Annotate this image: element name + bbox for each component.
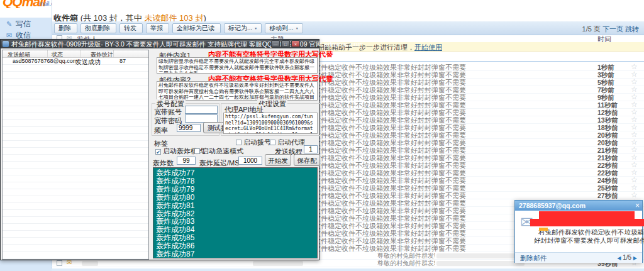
bomb-count-input[interactable] <box>177 157 196 165</box>
checkbox-icon <box>236 140 242 145</box>
checkbox-checked-icon: ✔ <box>155 149 161 155</box>
toolbar-button[interactable]: 转发 <box>119 23 143 33</box>
redacted-text <box>253 261 303 266</box>
fast-mode-checkbox[interactable]: 启动急速模式 <box>194 147 243 156</box>
listview-column-header[interactable]: 状态 <box>48 50 80 57</box>
toolbar-button[interactable]: 全部标为已读 <box>172 23 221 33</box>
log-line: 轰炸成功78 <box>156 177 317 185</box>
redacted-sender <box>82 261 98 266</box>
toolbar-buttons: 删除 彻底删除 转发 举报 全部标为已读 标记为...▼ 移动到...▼ <box>54 23 303 33</box>
redacted-text <box>436 253 525 258</box>
popup-preview-line2: 好封封弹窗不需要发件人即可群发邮件百度搜... <box>534 236 644 245</box>
checkbox-icon <box>270 140 275 145</box>
minimize-button[interactable]: — <box>271 40 280 47</box>
close-button[interactable]: × <box>291 40 300 47</box>
start-using-link[interactable]: 开始使用 <box>414 43 442 51</box>
sidebar-item-icon: ✎ <box>6 20 16 28</box>
app-icon <box>3 41 9 47</box>
listview-column-header[interactable]: 轰炸统计 <box>80 50 114 57</box>
log-line: 轰炸成功79 <box>156 185 317 194</box>
prev-arrow-icon[interactable]: ◀ <box>617 255 621 261</box>
enable-dial-checkbox[interactable]: 启动拨号 <box>236 138 271 147</box>
frequency-label: 频率 <box>154 126 168 135</box>
broadband-account-input[interactable] <box>185 106 218 114</box>
mail-subject[interactable]: 尊敬的村兔邮件群发软... <box>377 259 435 268</box>
content1-textarea[interactable]: 绿制牌密显示收件稳定不需要发件人就能发邮件完全零成本群发邮件绿制牌密显示收件稳定… <box>157 57 318 74</box>
maximize-button[interactable]: □ <box>281 40 290 47</box>
frequency-input[interactable] <box>177 124 201 132</box>
new-mail-popup[interactable]: 2788685937@qq.com × ✉ 村兔邮件群发软件稳定收件不垃圾箱效果… <box>514 200 643 263</box>
popup-sender-address: 2788685937@qq.com <box>519 202 586 209</box>
jump-page-link[interactable]: 跳转 <box>625 25 639 33</box>
broadband-account-label: 宽带账号 <box>154 108 182 117</box>
listview-column-header[interactable]: 发送邮箱 <box>3 50 48 57</box>
mail-toolbar: 删除 彻底删除 转发 举报 全部标为已读 标记为...▼ 移动到...▼ 1/5… <box>52 21 644 35</box>
close-icon[interactable]: × <box>635 201 640 210</box>
bomb-count: 87 <box>116 58 148 65</box>
page-indicator: 1/5 页 <box>582 25 601 33</box>
toolbar-button[interactable]: 彻底删除 <box>80 23 116 33</box>
bomber-app-window: 村兔邮件群发软件-0909升级版- BY-3.0 不需要发件人即可群发邮件 支持… <box>0 39 319 260</box>
chevron-down-icon: ▼ <box>296 26 299 30</box>
listview-row[interactable]: asd5087678768@qq.com 发送成功 87 <box>3 58 148 65</box>
toolbar-button[interactable]: 移动到...▼ <box>265 23 303 33</box>
popup-title-bar: 2788685937@qq.com <box>515 201 642 211</box>
redaction-bar <box>539 211 635 219</box>
toolbar-button[interactable]: 删除 <box>54 23 77 33</box>
proxy-url-textarea[interactable]: http://pssl.kufengyun.com/tunnel?id=1309… <box>223 113 318 134</box>
sidebar-item[interactable]: ✎写信 <box>0 18 52 29</box>
popup-preview-line1: 村兔邮件群发软件稳定收件不垃圾箱效果非常 <box>538 228 644 237</box>
delay-input[interactable] <box>238 157 262 165</box>
row-checkbox[interactable] <box>57 260 62 266</box>
log-line: 轰炸成功77 <box>156 169 317 177</box>
content2-textarea[interactable]: 村兔邮件群发软件稳定收件不垃圾箱效果非常好封封到达不需要发件人即可群发邮件百度搜… <box>157 81 318 101</box>
start-send-button[interactable]: 开始发送 <box>265 154 291 166</box>
window-title: 村兔邮件群发软件-0909升级版- BY-3.0 不需要发件人即可群发邮件 支持… <box>11 40 363 49</box>
popup-page-indicator: 1/5 <box>623 254 631 261</box>
delete-mail-link[interactable]: 删除邮件 <box>520 254 547 263</box>
sidebar-item-label: 收信 <box>16 31 31 40</box>
delay-label: 轰炸延迟/MS <box>199 158 240 168</box>
redaction-bar <box>530 219 644 226</box>
enable-proxy-checkbox[interactable]: 启动代理 <box>270 138 305 147</box>
chevron-down-icon: ▼ <box>254 26 257 30</box>
log-line: 轰炸成功87 <box>156 250 317 258</box>
sidebar-item-label: 写信 <box>16 19 31 28</box>
next-page-link[interactable]: 下一页 <box>602 25 623 33</box>
redaction-mark <box>539 228 548 231</box>
listview-header: 发送邮箱状态轰炸统计 <box>3 50 148 58</box>
toolbar-button[interactable]: 标记为...▼ <box>224 23 262 33</box>
checkbox-icon <box>194 148 200 154</box>
popup-footer: 删除邮件 ◀ 1/5 ▶ <box>515 252 642 263</box>
log-line: 轰炸成功81 <box>156 202 317 210</box>
save-config-button[interactable]: 保存配置 <box>294 154 320 166</box>
threads-input[interactable] <box>304 145 318 153</box>
send-email: asd5087678768@qq.com <box>3 58 70 65</box>
toolbar-button[interactable]: 举报 <box>146 23 169 33</box>
bomb-count-label: 轰炸数 <box>153 158 174 168</box>
send-status: 发送成功 <box>70 58 116 65</box>
redacted-text <box>436 261 525 266</box>
log-line: 轰炸成功80 <box>156 194 317 202</box>
send-account-listview[interactable]: 发送邮箱状态轰炸统计 asd5087678768@qq.com 发送成功 87 <box>2 50 149 260</box>
bomb-log[interactable]: 轰炸成功77轰炸成功78轰炸成功79轰炸成功80轰炸成功81轰炸成功82轰炸成功… <box>153 167 318 258</box>
next-arrow-icon[interactable]: ▶ <box>633 255 637 261</box>
page-navigation: 1/5 页 下一页 跳转 <box>582 25 639 34</box>
